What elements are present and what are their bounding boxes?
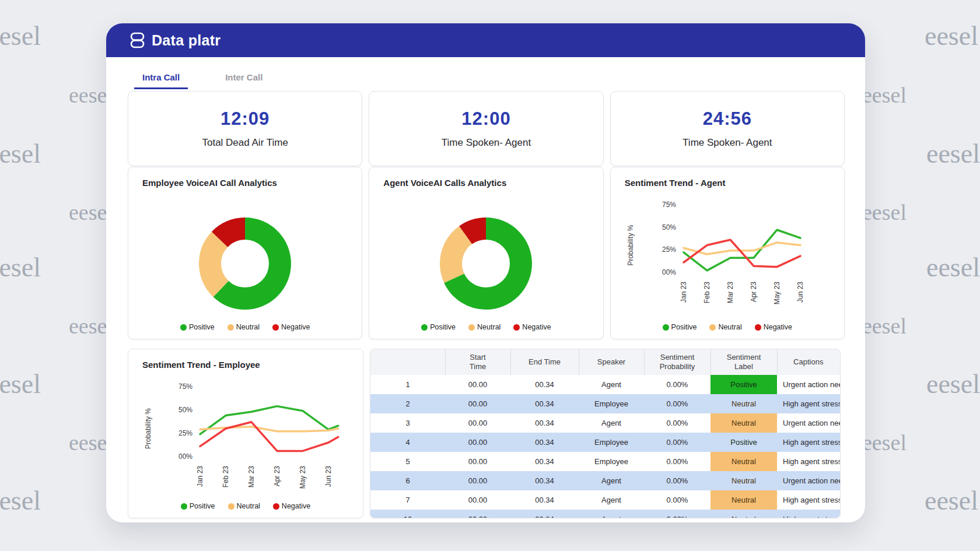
col-header-sentiment-probability: SentimentProbability bbox=[644, 349, 710, 375]
y-axis-label: Probability % bbox=[144, 408, 152, 449]
legend-dot bbox=[181, 503, 187, 510]
table-row[interactable]: 100.0000.34Agent0.00%PositiveUrgent acti… bbox=[370, 375, 840, 394]
calls-table-card: StartTimeEnd TimeSpeakerSentimentProbabi… bbox=[370, 349, 841, 518]
cell-start-time: 00.00 bbox=[445, 510, 510, 518]
chart-legend: PositiveNeutralNegative bbox=[611, 323, 844, 331]
legend-item-negative[interactable]: Negative bbox=[272, 323, 310, 331]
legend-item-positive[interactable]: Positive bbox=[180, 323, 215, 331]
chart-legend: PositiveNeutralNegative bbox=[369, 323, 603, 331]
cell-end-time: 00.34 bbox=[510, 375, 579, 394]
cell-speaker: Agent bbox=[579, 471, 644, 490]
legend-label: Negative bbox=[522, 323, 551, 331]
table-row[interactable]: 200.0000.34Employee0.00%NeutralHigh agen… bbox=[370, 394, 840, 413]
legend-dot bbox=[468, 324, 475, 331]
watermark-text: eesel bbox=[926, 252, 980, 283]
x-tick-label: Jun 23 bbox=[796, 282, 804, 303]
cell-start-time: 00.00 bbox=[445, 452, 510, 471]
tab-intra-call[interactable]: Intra Call bbox=[134, 72, 188, 89]
app-header: Data platr bbox=[106, 23, 865, 57]
cell-index: 7 bbox=[370, 490, 445, 510]
legend-item-neutral[interactable]: Neutral bbox=[709, 323, 741, 331]
legend-dot bbox=[180, 324, 187, 331]
table-row[interactable]: 400.0000.34Employee0.00%PositiveHigh age… bbox=[370, 433, 840, 452]
cell-sentiment-probability: 0.00% bbox=[644, 394, 710, 413]
x-tick-label: Apr 23 bbox=[273, 466, 281, 487]
watermark-text: eesel bbox=[0, 252, 41, 283]
col-header-start-time: StartTime bbox=[445, 349, 510, 375]
table-row[interactable]: 500.0000.34Employee0.00%NeutralHigh agen… bbox=[370, 452, 840, 471]
legend-dot bbox=[421, 324, 428, 331]
watermark-text: eesel bbox=[926, 368, 980, 399]
cell-index: 3 bbox=[370, 413, 445, 433]
legend-label: Positive bbox=[430, 323, 456, 331]
col-header-end-time: End Time bbox=[510, 349, 579, 375]
legend-item-neutral[interactable]: Neutral bbox=[468, 323, 501, 331]
cell-sentiment-probability: 0.00% bbox=[644, 433, 710, 452]
legend-item-neutral[interactable]: Neutral bbox=[228, 323, 260, 331]
tab-inter-call[interactable]: Inter Call bbox=[217, 72, 271, 89]
legend-item-neutral[interactable]: Neutral bbox=[228, 502, 260, 510]
cell-sentiment-probability: 0.00% bbox=[644, 490, 710, 510]
legend-item-negative[interactable]: Negative bbox=[273, 502, 310, 510]
cell-sentiment-probability: 0.00% bbox=[644, 471, 710, 490]
legend-dot bbox=[709, 324, 716, 331]
cell-sentiment-label: Neutral bbox=[710, 452, 777, 471]
table-row[interactable]: 700.0000.34Agent0.00%NeutralHigh agent s… bbox=[370, 490, 840, 510]
table-header-row: StartTimeEnd TimeSpeakerSentimentProbabi… bbox=[370, 349, 840, 375]
kpi-label: Time Spoken- Agent bbox=[442, 137, 531, 149]
cell-sentiment-label: Positive bbox=[710, 375, 777, 394]
cell-caption: High agent stress lev bbox=[777, 490, 840, 510]
employee-donut-card: Employee VoiceAI Call Analytics Positive… bbox=[128, 167, 362, 339]
legend-label: Positive bbox=[190, 502, 215, 510]
cell-caption: Urgent action needed bbox=[777, 413, 840, 433]
y-tick-label: 00% bbox=[178, 452, 192, 461]
cell-sentiment-probability: 0.00% bbox=[644, 413, 710, 433]
legend-item-positive[interactable]: Positive bbox=[421, 323, 456, 331]
cell-end-time: 00.34 bbox=[510, 490, 579, 510]
chart-legend: PositiveNeutralNegative bbox=[128, 502, 363, 510]
cell-caption: High agent stress lev bbox=[777, 433, 840, 452]
cell-index: 5 bbox=[370, 452, 445, 471]
legend-item-negative[interactable]: Negative bbox=[513, 323, 551, 331]
employee-donut-chart bbox=[190, 208, 300, 319]
watermark-text: eesel bbox=[862, 82, 907, 108]
col-header-captions: Captions bbox=[777, 349, 840, 375]
sentiment-trend-agent-card: Sentiment Trend - Agent 00%25%50%75%Prob… bbox=[610, 167, 845, 339]
cell-start-time: 00.00 bbox=[445, 433, 510, 452]
legend-label: Positive bbox=[671, 323, 697, 331]
sentiment-trend-agent-chart: 00%25%50%75%Probability %Jan 23Feb 23Mar… bbox=[611, 198, 845, 335]
sentiment-trend-employee-chart: 00%25%50%75%Probability %Jan 23Feb 23Mar… bbox=[128, 377, 363, 517]
x-tick-label: May 23 bbox=[299, 466, 307, 489]
kpi-value: 24:56 bbox=[703, 108, 752, 129]
kpi-card-dead-air: 12:09 Total Dead Air Time bbox=[128, 91, 362, 166]
legend-item-positive[interactable]: Positive bbox=[663, 323, 697, 331]
y-tick-label: 50% bbox=[662, 223, 676, 231]
table-header: StartTimeEnd TimeSpeakerSentimentProbabi… bbox=[370, 349, 840, 375]
x-tick-label: May 23 bbox=[773, 282, 781, 305]
calls-table: StartTimeEnd TimeSpeakerSentimentProbabi… bbox=[370, 349, 840, 518]
cell-start-time: 00.00 bbox=[445, 490, 510, 510]
cell-sentiment-probability: 0.00% bbox=[644, 375, 710, 394]
x-tick-label: Mar 23 bbox=[726, 282, 734, 304]
cell-speaker: Employee bbox=[579, 452, 644, 471]
cell-start-time: 00.00 bbox=[445, 471, 510, 490]
app-logo-icon bbox=[130, 31, 145, 49]
cell-caption: Urgent action needed bbox=[777, 471, 840, 490]
cell-sentiment-label: Neutral bbox=[710, 394, 777, 413]
table-row[interactable]: 1000.0000.34Agent0.00%NeutralHigh agent … bbox=[370, 510, 840, 518]
cell-speaker: Agent bbox=[579, 375, 644, 394]
kpi-value: 12:09 bbox=[220, 108, 270, 129]
table-row[interactable]: 600.0000.34Agent0.00%NeutralUrgent actio… bbox=[370, 471, 840, 490]
legend-label: Neutral bbox=[477, 323, 501, 331]
legend-item-negative[interactable]: Negative bbox=[755, 323, 792, 331]
cell-caption: High agent stress lev bbox=[777, 394, 840, 413]
table-body: 100.0000.34Agent0.00%PositiveUrgent acti… bbox=[370, 375, 840, 518]
app-title: Data platr bbox=[152, 32, 220, 49]
legend-item-positive[interactable]: Positive bbox=[181, 502, 215, 510]
cell-caption: High agent stress lev bbox=[777, 510, 840, 518]
table-row[interactable]: 300.0000.34Agent0.00%NeutralUrgent actio… bbox=[370, 413, 840, 433]
cell-caption: High agent stress lev bbox=[777, 452, 840, 471]
y-axis-label: Probability % bbox=[626, 224, 635, 265]
watermark-text: eesel bbox=[0, 138, 41, 169]
y-tick-label: 25% bbox=[662, 245, 676, 254]
